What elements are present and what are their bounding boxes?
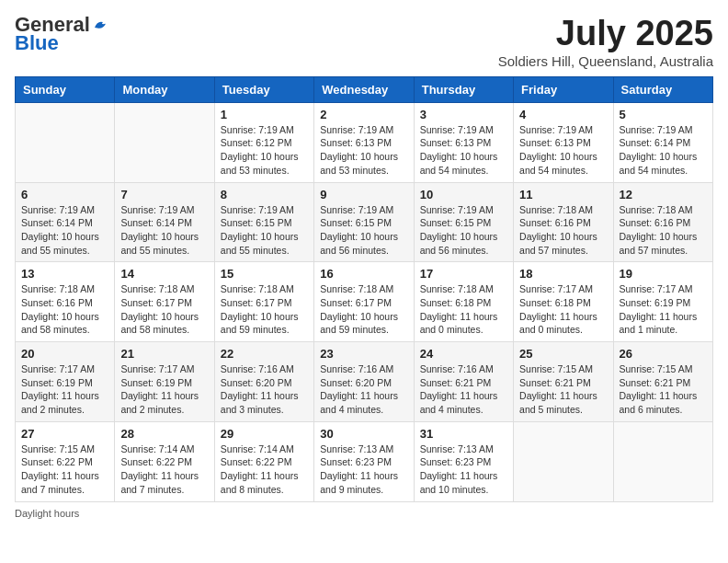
day-info: Sunrise: 7:15 AMSunset: 6:21 PMDaylight:… (620, 362, 707, 417)
day-number: 10 (420, 188, 507, 201)
day-number: 28 (120, 427, 208, 441)
day-number: 27 (21, 427, 108, 441)
day-info: Sunrise: 7:19 AMSunset: 6:14 PMDaylight:… (21, 203, 108, 258)
calendar-cell: 5Sunrise: 7:19 AMSunset: 6:14 PMDaylight… (613, 102, 712, 182)
day-info: Sunrise: 7:16 AMSunset: 6:20 PMDaylight:… (221, 362, 308, 417)
day-info: Sunrise: 7:13 AMSunset: 6:23 PMDaylight:… (420, 442, 507, 497)
calendar-cell: 1Sunrise: 7:19 AMSunset: 6:12 PMDaylight… (214, 102, 313, 182)
day-number: 2 (320, 108, 407, 121)
day-info: Sunrise: 7:19 AMSunset: 6:15 PMDaylight:… (320, 203, 407, 258)
day-number: 19 (620, 267, 707, 281)
calendar-cell: 3Sunrise: 7:19 AMSunset: 6:13 PMDaylight… (414, 102, 513, 182)
calendar-week-row: 20Sunrise: 7:17 AMSunset: 6:19 PMDayligh… (16, 342, 713, 422)
day-number: 9 (320, 188, 407, 201)
day-info: Sunrise: 7:19 AMSunset: 6:14 PMDaylight:… (620, 123, 707, 178)
day-number: 21 (120, 347, 208, 361)
day-number: 22 (221, 347, 308, 361)
day-info: Sunrise: 7:15 AMSunset: 6:22 PMDaylight:… (21, 442, 108, 497)
day-info: Sunrise: 7:18 AMSunset: 6:16 PMDaylight:… (519, 203, 607, 258)
day-number: 29 (221, 427, 308, 441)
calendar-cell (514, 421, 613, 501)
day-info: Sunrise: 7:19 AMSunset: 6:13 PMDaylight:… (420, 123, 507, 178)
day-info: Sunrise: 7:18 AMSunset: 6:16 PMDaylight:… (620, 203, 707, 258)
day-info: Sunrise: 7:19 AMSunset: 6:15 PMDaylight:… (221, 203, 308, 258)
day-info: Sunrise: 7:13 AMSunset: 6:23 PMDaylight:… (320, 442, 407, 497)
day-number: 15 (221, 267, 308, 281)
calendar-week-row: 1Sunrise: 7:19 AMSunset: 6:12 PMDaylight… (16, 102, 713, 182)
day-number: 31 (420, 427, 507, 441)
calendar-cell: 16Sunrise: 7:18 AMSunset: 6:17 PMDayligh… (314, 262, 414, 342)
day-number: 25 (519, 347, 607, 361)
day-info: Sunrise: 7:19 AMSunset: 6:13 PMDaylight:… (320, 123, 407, 178)
calendar-week-row: 27Sunrise: 7:15 AMSunset: 6:22 PMDayligh… (16, 421, 713, 501)
logo-bird-icon (92, 17, 108, 33)
page-header: General Blue July 2025 Soldiers Hill, Qu… (15, 15, 713, 69)
weekday-header: Saturday (613, 76, 712, 102)
calendar-cell: 9Sunrise: 7:19 AMSunset: 6:15 PMDaylight… (314, 182, 414, 262)
calendar-cell: 25Sunrise: 7:15 AMSunset: 6:21 PMDayligh… (514, 342, 613, 422)
day-number: 7 (120, 188, 208, 201)
day-info: Sunrise: 7:14 AMSunset: 6:22 PMDaylight:… (120, 442, 208, 497)
day-number: 1 (221, 108, 308, 121)
day-info: Sunrise: 7:14 AMSunset: 6:22 PMDaylight:… (221, 442, 308, 497)
calendar-cell: 19Sunrise: 7:17 AMSunset: 6:19 PMDayligh… (613, 262, 712, 342)
day-info: Sunrise: 7:15 AMSunset: 6:21 PMDaylight:… (519, 362, 607, 417)
day-number: 26 (620, 347, 707, 361)
day-info: Sunrise: 7:19 AMSunset: 6:12 PMDaylight:… (221, 123, 308, 178)
day-info: Sunrise: 7:16 AMSunset: 6:21 PMDaylight:… (420, 362, 507, 417)
calendar-cell: 4Sunrise: 7:19 AMSunset: 6:13 PMDaylight… (514, 102, 613, 182)
day-info: Sunrise: 7:19 AMSunset: 6:14 PMDaylight:… (120, 203, 208, 258)
day-number: 12 (620, 188, 707, 201)
weekday-header: Thursday (414, 76, 513, 102)
calendar-cell: 7Sunrise: 7:19 AMSunset: 6:14 PMDaylight… (115, 182, 214, 262)
calendar-table: SundayMondayTuesdayWednesdayThursdayFrid… (15, 76, 713, 502)
day-number: 18 (519, 267, 607, 281)
calendar-cell: 15Sunrise: 7:18 AMSunset: 6:17 PMDayligh… (214, 262, 313, 342)
calendar-cell: 11Sunrise: 7:18 AMSunset: 6:16 PMDayligh… (514, 182, 613, 262)
calendar-cell: 12Sunrise: 7:18 AMSunset: 6:16 PMDayligh… (613, 182, 712, 262)
calendar-cell: 13Sunrise: 7:18 AMSunset: 6:16 PMDayligh… (16, 262, 115, 342)
day-number: 13 (21, 267, 108, 281)
weekday-header: Wednesday (314, 76, 414, 102)
calendar-cell: 2Sunrise: 7:19 AMSunset: 6:13 PMDaylight… (314, 102, 414, 182)
day-info: Sunrise: 7:18 AMSunset: 6:17 PMDaylight:… (221, 282, 308, 337)
day-number: 16 (320, 267, 407, 281)
day-info: Sunrise: 7:18 AMSunset: 6:18 PMDaylight:… (420, 282, 507, 337)
day-number: 5 (620, 108, 707, 121)
day-info: Sunrise: 7:17 AMSunset: 6:19 PMDaylight:… (21, 362, 108, 417)
calendar-week-row: 6Sunrise: 7:19 AMSunset: 6:14 PMDaylight… (16, 182, 713, 262)
calendar-week-row: 13Sunrise: 7:18 AMSunset: 6:16 PMDayligh… (16, 262, 713, 342)
day-number: 20 (21, 347, 108, 361)
calendar-cell: 26Sunrise: 7:15 AMSunset: 6:21 PMDayligh… (613, 342, 712, 422)
weekday-header: Tuesday (214, 76, 313, 102)
calendar-cell: 18Sunrise: 7:17 AMSunset: 6:18 PMDayligh… (514, 262, 613, 342)
calendar-cell: 29Sunrise: 7:14 AMSunset: 6:22 PMDayligh… (214, 421, 313, 501)
calendar-cell: 23Sunrise: 7:16 AMSunset: 6:20 PMDayligh… (314, 342, 414, 422)
calendar-cell: 31Sunrise: 7:13 AMSunset: 6:23 PMDayligh… (414, 421, 513, 501)
calendar-cell: 24Sunrise: 7:16 AMSunset: 6:21 PMDayligh… (414, 342, 513, 422)
calendar-cell: 21Sunrise: 7:17 AMSunset: 6:19 PMDayligh… (115, 342, 214, 422)
weekday-header: Friday (514, 76, 613, 102)
day-info: Sunrise: 7:18 AMSunset: 6:17 PMDaylight:… (120, 282, 208, 337)
footer-note: Daylight hours (15, 508, 713, 519)
day-info: Sunrise: 7:18 AMSunset: 6:16 PMDaylight:… (21, 282, 108, 337)
day-number: 4 (519, 108, 607, 121)
month-title: July 2025 (498, 15, 713, 53)
day-info: Sunrise: 7:16 AMSunset: 6:20 PMDaylight:… (320, 362, 407, 417)
day-number: 8 (221, 188, 308, 201)
calendar-header-row: SundayMondayTuesdayWednesdayThursdayFrid… (16, 76, 713, 102)
calendar-cell: 20Sunrise: 7:17 AMSunset: 6:19 PMDayligh… (16, 342, 115, 422)
calendar-cell: 27Sunrise: 7:15 AMSunset: 6:22 PMDayligh… (16, 421, 115, 501)
logo: General Blue (15, 15, 108, 55)
day-info: Sunrise: 7:17 AMSunset: 6:19 PMDaylight:… (120, 362, 208, 417)
calendar-cell: 22Sunrise: 7:16 AMSunset: 6:20 PMDayligh… (214, 342, 313, 422)
calendar-cell: 6Sunrise: 7:19 AMSunset: 6:14 PMDaylight… (16, 182, 115, 262)
calendar-cell (16, 102, 115, 182)
calendar-cell: 30Sunrise: 7:13 AMSunset: 6:23 PMDayligh… (314, 421, 414, 501)
calendar-cell (115, 102, 214, 182)
calendar-cell: 28Sunrise: 7:14 AMSunset: 6:22 PMDayligh… (115, 421, 214, 501)
day-number: 14 (120, 267, 208, 281)
day-number: 6 (21, 188, 108, 201)
day-number: 11 (519, 188, 607, 201)
calendar-cell: 10Sunrise: 7:19 AMSunset: 6:15 PMDayligh… (414, 182, 513, 262)
